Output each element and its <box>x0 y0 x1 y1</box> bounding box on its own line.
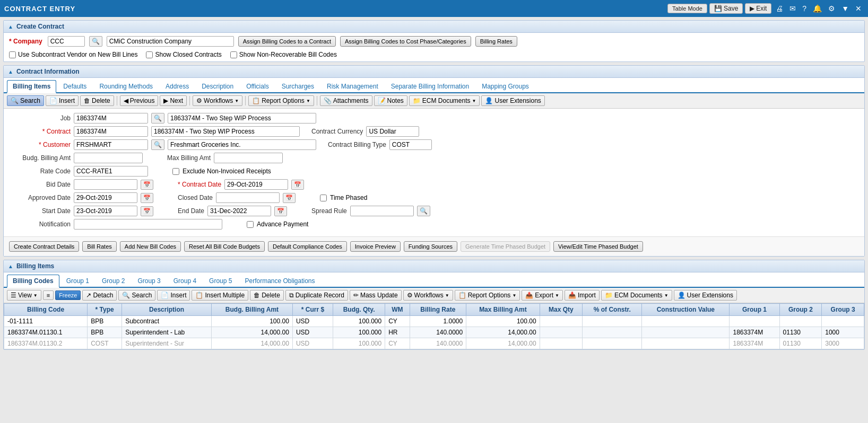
start-date-cal-button[interactable]: 📅 <box>141 206 153 216</box>
job-name-input[interactable] <box>168 113 316 124</box>
table-insert-button[interactable]: 📄 Insert <box>157 290 190 301</box>
table-duplicate-record-button[interactable]: ⧉ Duplicate Record <box>285 290 348 301</box>
table-mass-update-button[interactable]: ✏ Mass Update <box>350 290 402 301</box>
toolbar-search-button[interactable]: 🔍 Search <box>7 95 44 106</box>
table-import-button[interactable]: 📥 Import <box>565 290 600 301</box>
billing-rates-button[interactable]: Billing Rates <box>475 36 517 47</box>
create-contract-details-button[interactable]: Create Contract Details <box>9 241 79 252</box>
approved-date-cal-button[interactable]: 📅 <box>141 193 153 203</box>
show-closed-checkbox[interactable] <box>146 51 153 58</box>
assign-billing-codes-cost-button[interactable]: Assign Billing Codes to Cost Phase/Categ… <box>340 36 471 47</box>
company-search-button[interactable]: 🔍 <box>89 36 102 47</box>
table-insert-multiple-button[interactable]: 📋 Insert Multiple <box>192 290 248 301</box>
tab-risk-management[interactable]: Risk Management <box>321 80 384 92</box>
tab-group5[interactable]: Group 5 <box>203 275 238 287</box>
rate-code-input[interactable] <box>74 166 148 177</box>
table-workflows-button[interactable]: ⚙ Workflows ▼ <box>403 290 453 301</box>
table-row[interactable]: -01-1111BPBSubcontract100.00USD100.000CY… <box>4 316 864 327</box>
invoice-preview-button[interactable]: Invoice Preview <box>350 241 401 252</box>
tab-defaults[interactable]: Defaults <box>57 80 92 92</box>
spread-rule-search-button[interactable]: 🔍 <box>417 206 430 216</box>
contract-billing-type-input[interactable] <box>389 139 432 150</box>
toolbar-notes-button[interactable]: 📝 Notes <box>374 95 407 106</box>
max-billing-amt-input[interactable] <box>214 153 283 163</box>
customer-name-input[interactable] <box>168 139 316 150</box>
tab-surcharges[interactable]: Surcharges <box>276 80 320 92</box>
approved-date-input[interactable] <box>74 192 137 203</box>
job-code-input[interactable] <box>74 113 148 124</box>
table-list-icon-button[interactable]: ≡ <box>43 290 54 300</box>
advance-payment-checkbox[interactable] <box>247 221 254 228</box>
table-search-button[interactable]: 🔍 Search <box>118 290 155 301</box>
assign-billing-codes-button[interactable]: Assign Billing Codes to a Contract <box>238 36 336 47</box>
company-code-input[interactable] <box>48 36 85 47</box>
tab-billing-codes[interactable]: Billing Codes <box>7 275 59 288</box>
spread-rule-input[interactable] <box>350 206 414 216</box>
tab-rounding-methods[interactable]: Rounding Methods <box>93 80 159 92</box>
end-date-input[interactable] <box>207 206 271 216</box>
table-delete-button[interactable]: 🗑 Delete <box>250 290 284 301</box>
table-detach-button[interactable]: ↗ Detach <box>82 290 117 301</box>
toolbar-ecm-documents-button[interactable]: 📁 ECM Documents ▼ <box>409 95 480 106</box>
default-compliance-codes-button[interactable]: Default Compliance Codes <box>268 241 347 252</box>
tab-officials[interactable]: Officials <box>240 80 274 92</box>
show-non-recoverable-checkbox[interactable] <box>230 51 237 58</box>
use-subcontract-checkbox[interactable] <box>9 51 16 58</box>
notification-input[interactable] <box>74 219 222 230</box>
email-icon-button[interactable]: ✉ <box>787 3 798 14</box>
bid-date-cal-button[interactable]: 📅 <box>141 180 153 190</box>
tab-performance-obligations[interactable]: Performance Obligations <box>239 275 320 287</box>
tab-address[interactable]: Address <box>160 80 195 92</box>
tab-group3[interactable]: Group 3 <box>132 275 166 287</box>
settings-icon-button[interactable]: ⚙ <box>826 3 837 14</box>
time-phased-checkbox[interactable] <box>320 195 327 201</box>
table-user-extensions-button[interactable]: 👤 User Extensions <box>674 290 737 301</box>
close-icon-button[interactable]: ✕ <box>853 3 864 14</box>
job-search-button[interactable]: 🔍 <box>151 113 164 124</box>
closed-date-cal-button[interactable]: 📅 <box>283 193 296 203</box>
start-date-input[interactable] <box>74 206 137 216</box>
table-ecm-documents-button[interactable]: 📁 ECM Documents ▼ <box>601 290 672 301</box>
generate-time-phased-budget-button[interactable]: Generate Time Phased Budget <box>461 241 550 252</box>
company-name-input[interactable] <box>107 36 234 47</box>
view-edit-time-phased-budget-button[interactable]: View/Edit Time Phased Budget <box>553 241 643 252</box>
contract-date-cal-button[interactable]: 📅 <box>291 180 304 190</box>
table-view-button[interactable]: ☰ View ▼ <box>7 290 41 301</box>
closed-date-input[interactable] <box>216 192 280 203</box>
print-icon-button[interactable]: 🖨 <box>774 3 785 14</box>
toolbar-delete-button[interactable]: 🗑 Delete <box>80 95 114 106</box>
end-date-cal-button[interactable]: 📅 <box>274 206 287 216</box>
contract-name-input[interactable] <box>151 126 300 137</box>
toolbar-insert-button[interactable]: 📄 Insert <box>46 95 79 106</box>
table-export-button[interactable]: 📤 Export ▼ <box>522 290 563 301</box>
bill-rates-button[interactable]: Bill Rates <box>82 241 116 252</box>
tab-group4[interactable]: Group 4 <box>168 275 202 287</box>
tab-group1[interactable]: Group 1 <box>60 275 95 287</box>
tab-group2[interactable]: Group 2 <box>96 275 131 287</box>
reset-all-bill-code-budgets-button[interactable]: Reset All Bill Code Budgets <box>184 241 265 252</box>
save-button[interactable]: 💾 Save <box>709 3 743 14</box>
toolbar-report-options-button[interactable]: 📋 Report Options ▼ <box>248 95 314 106</box>
table-freeze-button[interactable]: Freeze <box>55 290 81 300</box>
toolbar-attachments-button[interactable]: 📎 Attachments <box>320 95 372 106</box>
tab-separate-billing[interactable]: Separate Billing Information <box>385 80 475 92</box>
customer-code-input[interactable] <box>74 139 148 150</box>
tab-billing-items[interactable]: Billing Items <box>7 80 56 93</box>
table-report-options-button[interactable]: 📋 Report Options ▼ <box>455 290 520 301</box>
table-mode-button[interactable]: Table Mode <box>667 4 707 13</box>
tab-description[interactable]: Description <box>196 80 239 92</box>
toolbar-user-extensions-button[interactable]: 👤 User Extensions <box>481 95 544 106</box>
contract-currency-input[interactable] <box>366 126 419 137</box>
alert-icon-button[interactable]: 🔔 <box>811 3 824 14</box>
budg-billing-amt-input[interactable] <box>74 153 143 163</box>
help-icon-button[interactable]: ? <box>800 3 809 14</box>
customer-search-button[interactable]: 🔍 <box>151 139 164 150</box>
exit-button[interactable]: ▶ Exit <box>745 3 771 14</box>
add-new-bill-codes-button[interactable]: Add New Bill Codes <box>120 241 181 252</box>
toolbar-previous-button[interactable]: ◀ Previous <box>120 95 159 106</box>
contract-date-input[interactable] <box>224 179 288 190</box>
contract-code-input[interactable] <box>74 126 148 137</box>
table-row[interactable]: 1863374M.01130.1BPBSuperintendent - Lab1… <box>4 327 864 338</box>
funding-sources-button[interactable]: Funding Sources <box>404 241 457 252</box>
dropdown-icon-button[interactable]: ▼ <box>839 3 851 14</box>
